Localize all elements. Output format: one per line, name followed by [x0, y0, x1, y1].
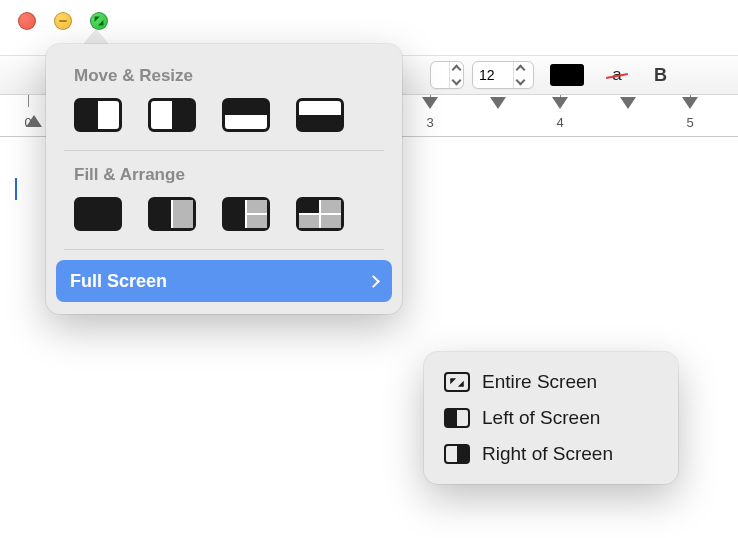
fill-screen-icon[interactable]	[74, 197, 122, 231]
window-layout-popover: Move & Resize Fill & Arrange Full Screen	[46, 44, 402, 314]
ruler-tab-marker[interactable]	[490, 97, 506, 109]
stepper-icon	[513, 62, 527, 88]
tile-right-half-icon[interactable]	[148, 98, 196, 132]
section-title-move-resize: Move & Resize	[46, 62, 402, 94]
ruler-tab-marker[interactable]	[620, 97, 636, 109]
ruler-tab-marker[interactable]	[682, 97, 698, 109]
tile-top-half-icon[interactable]	[222, 98, 270, 132]
left-of-screen-icon	[444, 408, 470, 428]
strikethrough-button[interactable]: a	[602, 63, 632, 87]
divider	[64, 150, 384, 151]
zoom-window-button[interactable]	[90, 12, 108, 30]
tile-left-half-icon[interactable]	[74, 98, 122, 132]
text-cursor	[15, 178, 17, 200]
tile-bottom-half-icon[interactable]	[296, 98, 344, 132]
ruler-number: 3	[426, 115, 433, 130]
popover-pointer	[84, 30, 108, 44]
full-screen-menu-item[interactable]: Full Screen	[56, 260, 392, 302]
arrange-two-up-icon[interactable]	[148, 197, 196, 231]
section-title-fill-arrange: Fill & Arrange	[46, 161, 402, 193]
submenu-label: Entire Screen	[482, 371, 597, 393]
bold-button[interactable]: B	[654, 65, 667, 86]
arrange-three-up-icon[interactable]	[222, 197, 270, 231]
text-color-swatch[interactable]	[550, 64, 584, 86]
minimize-window-button[interactable]	[54, 12, 72, 30]
submenu-label: Right of Screen	[482, 443, 613, 465]
submenu-item-entire-screen[interactable]: Entire Screen	[434, 364, 668, 400]
full-screen-label: Full Screen	[70, 271, 167, 292]
chevron-right-icon	[367, 275, 380, 288]
ruler-number: 5	[686, 115, 693, 130]
ruler-tab-marker[interactable]	[422, 97, 438, 109]
move-resize-row	[46, 94, 402, 148]
arrange-quarters-icon[interactable]	[296, 197, 344, 231]
window-traffic-lights	[18, 12, 108, 30]
submenu-label: Left of Screen	[482, 407, 600, 429]
fill-arrange-row	[46, 193, 402, 247]
font-family-select[interactable]	[430, 61, 464, 89]
right-of-screen-icon	[444, 444, 470, 464]
divider	[64, 249, 384, 250]
submenu-item-right-of-screen[interactable]: Right of Screen	[434, 436, 668, 472]
ruler-indent-marker[interactable]	[26, 115, 42, 127]
font-size-select[interactable]: 12	[472, 61, 534, 89]
submenu-item-left-of-screen[interactable]: Left of Screen	[434, 400, 668, 436]
ruler-number: 4	[556, 115, 563, 130]
entire-screen-icon	[444, 372, 470, 392]
full-screen-submenu: Entire Screen Left of Screen Right of Sc…	[424, 352, 678, 484]
close-window-button[interactable]	[18, 12, 36, 30]
font-size-value: 12	[479, 67, 495, 83]
stepper-icon	[449, 62, 463, 88]
ruler-tab-marker[interactable]	[552, 97, 568, 109]
strikethrough-glyph: a	[612, 65, 621, 85]
